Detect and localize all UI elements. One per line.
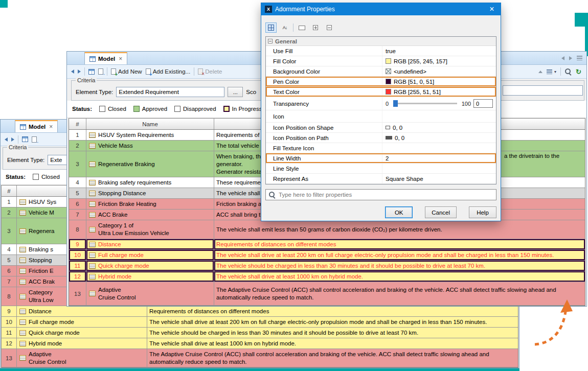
forward-icon[interactable] — [11, 137, 14, 142]
table-row[interactable]: 12Hybrid modeThe vehicle shall drive at … — [2, 338, 518, 349]
requirement-name-cell[interactable]: Full charge mode — [86, 250, 214, 260]
row-number-cell[interactable]: 9 — [69, 239, 86, 249]
requirement-name-cell[interactable]: HSUV System Requirements — [86, 130, 214, 140]
requirement-name-cell[interactable]: Quick charge mode — [86, 261, 214, 271]
ok-button[interactable]: OK — [385, 206, 413, 218]
row-number-cell[interactable]: 3 — [2, 218, 17, 244]
property-row[interactable]: Fill Texture Icon — [266, 143, 496, 153]
requirement-text-cell[interactable]: The vehicle shall drive at least 200 km … — [147, 317, 518, 327]
delete-button[interactable]: Delete — [198, 68, 222, 75]
open-table-icon[interactable] — [88, 69, 95, 75]
add-new-button[interactable]: Add New — [111, 68, 142, 75]
requirement-text-cell[interactable]: The vehicle shall drive at least 200 km … — [214, 250, 585, 260]
row-number-cell[interactable]: 7 — [2, 276, 17, 287]
collapse-criteria-icon[interactable] — [538, 71, 542, 73]
requirement-text-cell[interactable]: The Adaptive Cruise Control (ACC) shall … — [147, 349, 518, 367]
table-row[interactable]: 11Quick charge modeThe vehicle should be… — [2, 328, 518, 338]
property-value[interactable]: RGB [255, 245, 157] — [382, 56, 496, 66]
requirement-text-cell[interactable]: The vehicle should be charged in less th… — [214, 261, 585, 271]
property-value[interactable]: 2 — [382, 153, 496, 163]
property-value[interactable]: 01000 — [382, 97, 496, 110]
collapse-properties-icon[interactable] — [324, 22, 335, 33]
table-row[interactable]: 13AdaptiveCruise ControlThe Adaptive Cru… — [69, 282, 585, 306]
view-options-icon[interactable]: ▾ — [547, 69, 556, 74]
row-number-cell[interactable]: 11 — [2, 328, 17, 338]
property-value[interactable]: RGB [255, 51, 51] — [382, 87, 496, 97]
requirement-text-cell[interactable]: The vehicle shall drive at least 1000 km… — [147, 338, 518, 349]
status-checkbox-approved[interactable] — [133, 106, 140, 112]
column-header-number[interactable]: # — [2, 186, 17, 196]
row-number-cell[interactable]: 3 — [69, 151, 86, 177]
table-row[interactable]: 12Hybrid modeThe vehicle shall drive at … — [69, 271, 585, 282]
row-number-cell[interactable]: 5 — [2, 255, 17, 265]
requirement-text-cell[interactable]: The vehicle shall drive at least 1000 km… — [214, 271, 585, 282]
status-checkbox-in-progress[interactable] — [223, 106, 230, 112]
status-option-closed[interactable]: Closed — [99, 106, 126, 112]
requirement-name-cell[interactable]: Stopping Distance — [86, 188, 214, 198]
property-row[interactable]: Transparency01000 — [266, 97, 496, 110]
row-number-cell[interactable]: 7 — [69, 210, 86, 220]
element-type-input[interactable] — [116, 87, 224, 97]
tab-model-back[interactable]: Model × — [15, 120, 58, 132]
slider-thumb[interactable] — [393, 100, 398, 107]
tab-close-icon[interactable]: × — [119, 55, 122, 62]
row-number-cell[interactable]: 2 — [2, 207, 17, 218]
cancel-button[interactable]: Cancel — [425, 206, 457, 218]
status-option-approved[interactable]: Approved — [133, 106, 167, 112]
requirement-name-cell[interactable]: AdaptiveCruise Control — [86, 282, 214, 305]
requirement-name-cell[interactable]: Distance — [17, 306, 147, 316]
table-row[interactable]: 9DistanceRequirements of distances on di… — [69, 239, 585, 250]
back-icon[interactable] — [71, 69, 74, 74]
browse-button[interactable]: ... — [228, 87, 243, 97]
scope-input[interactable] — [503, 85, 583, 96]
table-row[interactable]: 11Quick charge modeThe vehicle should be… — [69, 261, 585, 271]
tab-close-icon[interactable]: × — [49, 123, 53, 130]
row-number-cell[interactable]: 10 — [2, 317, 17, 327]
property-value[interactable]: 0, 0 — [382, 123, 496, 132]
export-icon[interactable] — [32, 136, 37, 143]
refresh-icon[interactable]: ↻ — [576, 68, 581, 75]
property-group-general[interactable]: General — [266, 37, 496, 46]
property-row[interactable]: Icon — [266, 110, 496, 123]
row-number-cell[interactable]: 12 — [2, 338, 17, 349]
row-number-cell[interactable]: 8 — [2, 287, 17, 306]
tab-model[interactable]: Model × — [84, 52, 127, 64]
back-icon[interactable] — [5, 137, 8, 142]
dialog-title-bar[interactable]: X Adornment Properties × — [261, 3, 501, 15]
column-header-name[interactable]: Name — [86, 119, 214, 129]
row-number-cell[interactable]: 2 — [69, 141, 86, 151]
table-row[interactable]: 10Full charge modeThe vehicle shall driv… — [2, 317, 518, 328]
row-number-cell[interactable]: 13 — [69, 282, 86, 305]
property-value[interactable]: Square Shape — [382, 174, 496, 183]
row-number-cell[interactable]: 9 — [2, 306, 17, 316]
property-value[interactable]: <undefined> — [382, 66, 496, 76]
requirement-name-cell[interactable]: Full charge mode — [17, 317, 147, 327]
column-header-number[interactable]: # — [69, 119, 86, 129]
row-number-cell[interactable]: 6 — [2, 266, 17, 276]
property-value[interactable] — [382, 110, 496, 122]
requirement-text-cell[interactable]: The vehicle should be charged in less th… — [147, 328, 518, 338]
status-checkbox-closed[interactable] — [33, 174, 39, 180]
requirement-name-cell[interactable]: AdaptiveCruise Control — [17, 349, 147, 367]
property-value[interactable] — [382, 143, 496, 153]
requirement-name-cell[interactable]: Hybrid mode — [86, 271, 214, 282]
table-row[interactable]: 8Category 1 ofUltra Low Emission Vehicle… — [69, 220, 585, 239]
property-row[interactable]: Icon Position on Path0, 0 — [266, 133, 496, 143]
property-row[interactable]: Icon Position on Shape0, 0 — [266, 123, 496, 133]
property-value[interactable]: RGB [51, 0, 51] — [382, 77, 496, 86]
add-existing-button[interactable]: Add Existing... — [146, 68, 191, 75]
property-value[interactable]: true — [382, 46, 496, 56]
help-button[interactable]: Help — [469, 206, 496, 218]
row-number-cell[interactable]: 4 — [69, 177, 86, 188]
property-row[interactable]: Line Width2 — [266, 153, 496, 164]
search-icon[interactable] — [565, 68, 572, 75]
filter-input[interactable] — [279, 192, 493, 198]
collapse-group-icon[interactable] — [268, 39, 273, 43]
transparency-field[interactable]: 0 — [473, 99, 493, 108]
row-number-cell[interactable]: 4 — [2, 244, 17, 254]
sort-alphabetically-icon[interactable]: A↓ — [279, 22, 290, 33]
categorized-view-icon[interactable] — [265, 22, 277, 33]
property-value[interactable] — [382, 164, 496, 173]
scroll-tabs-left-icon[interactable] — [561, 56, 564, 60]
row-number-cell[interactable]: 1 — [2, 197, 17, 207]
